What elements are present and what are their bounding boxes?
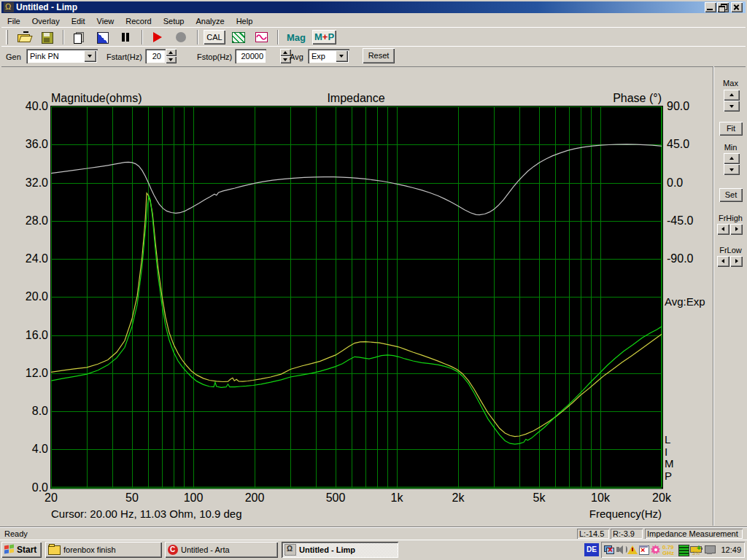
freq-tick-label: 1k xyxy=(375,491,419,505)
minimize-button[interactable] xyxy=(705,2,716,12)
frlow-right-button[interactable] xyxy=(730,256,743,267)
menu-item-analyze[interactable]: Analyze xyxy=(190,15,230,28)
gear-icon[interactable] xyxy=(651,544,662,556)
chart-area[interactable]: Magnitude(ohms) Impedance Phase (°) Freq… xyxy=(1,66,746,526)
freq-tick-label: 50 xyxy=(110,491,154,505)
menu-item-edit[interactable]: Edit xyxy=(66,15,91,28)
x-axis-title: Frequency(Hz) xyxy=(500,508,662,520)
start-label: Start xyxy=(17,545,36,555)
avg-select[interactable]: Exp xyxy=(308,49,349,63)
fit-button[interactable]: Fit xyxy=(719,122,743,136)
generator-dropdown-button[interactable] xyxy=(84,50,96,62)
menu-item-file[interactable]: File xyxy=(1,15,26,28)
spectrum-icon[interactable] xyxy=(232,31,245,43)
frlow-left-button[interactable] xyxy=(717,256,729,267)
max-label: Max xyxy=(713,79,747,88)
display-icon[interactable] xyxy=(705,544,716,556)
record-play-icon[interactable] xyxy=(152,31,165,43)
warning-triangle-icon[interactable] xyxy=(627,544,638,556)
mag-tick-label: 12.0 xyxy=(15,367,48,380)
system-tray: × × xyxy=(601,542,745,558)
fstart-input[interactable]: 20 xyxy=(145,49,166,63)
avg-label: Avg xyxy=(290,52,303,61)
menu-item-setup[interactable]: Setup xyxy=(158,15,190,28)
max-up-button[interactable] xyxy=(724,90,740,101)
frhigh-right-button[interactable] xyxy=(730,224,743,235)
menu-item-view[interactable]: View xyxy=(91,15,120,28)
restore-button[interactable] xyxy=(717,2,729,12)
menu-item-record[interactable]: Record xyxy=(120,15,157,28)
volume-icon[interactable] xyxy=(616,544,627,556)
frhigh-left-button[interactable] xyxy=(717,224,729,235)
start-button[interactable]: Start xyxy=(1,542,42,558)
phase-tick-label: 45.0 xyxy=(667,138,689,151)
network-disabled-icon[interactable]: × xyxy=(604,544,615,556)
side-panel: Max Fit Min Set FrHigh FrLow xyxy=(713,66,747,526)
app-icon[interactable]: Ω xyxy=(4,2,14,12)
gwx-icon[interactable]: × xyxy=(639,544,650,556)
avg-value: Exp xyxy=(311,52,325,61)
windows-logo-icon xyxy=(4,545,15,555)
cal-button[interactable]: CAL xyxy=(204,30,225,44)
menu-bar: FileOverlayEditViewRecordSetupAnalyzeHel… xyxy=(1,14,746,26)
freq-tick-label: 20 xyxy=(29,491,73,505)
pause-icon[interactable] xyxy=(120,31,133,43)
mag-button[interactable]: Mag xyxy=(287,32,306,43)
avg-dropdown-button[interactable] xyxy=(336,50,348,62)
language-indicator[interactable]: DE xyxy=(584,543,599,556)
fstart-spinner[interactable] xyxy=(166,49,177,63)
impedance-plot[interactable] xyxy=(1,66,746,526)
max-down-button[interactable] xyxy=(724,101,740,112)
reset-button[interactable]: Reset xyxy=(363,48,395,63)
copy-icon[interactable] xyxy=(73,31,86,43)
toolbar-grip xyxy=(6,30,8,44)
fstart-value: 20 xyxy=(152,52,161,61)
battery-icon[interactable]: + 3% xyxy=(690,544,704,556)
task-button-arta[interactable]: CUntitled - Arta xyxy=(165,542,278,558)
status-r-level: R:-3.9 xyxy=(611,529,643,539)
status-l-level: L:-14.5 xyxy=(577,529,609,539)
min-label: Min xyxy=(713,143,747,152)
sine-icon[interactable] xyxy=(255,31,268,43)
clock: 12:49 xyxy=(721,545,741,554)
mag-tick-label: 40.0 xyxy=(15,100,48,113)
meter-icon[interactable] xyxy=(678,544,689,556)
restore-icon-front xyxy=(719,6,725,12)
left-axis-title: Magnitude(ohms) xyxy=(51,92,142,105)
freq-tick-label: 20k xyxy=(640,491,684,505)
mag-tick-label: 20.0 xyxy=(15,290,48,303)
phase-tick-label: 0.0 xyxy=(667,176,683,190)
generator-value: Pink PN xyxy=(30,52,59,61)
toolbar-separator4 xyxy=(277,30,279,44)
fstart-spin-down[interactable] xyxy=(166,56,177,63)
set-button[interactable]: Set xyxy=(719,188,743,202)
cpu-speed-indicator[interactable]: 0.79 GHz xyxy=(662,544,678,556)
open-icon[interactable] xyxy=(18,31,31,43)
phase-tick-label: -90.0 xyxy=(667,252,693,265)
status-mode: Impedance Measurement xyxy=(645,529,743,539)
status-bar: Ready L:-14.5 R:-3.9 Impedance Measureme… xyxy=(0,526,747,540)
stop-icon[interactable] xyxy=(175,31,188,43)
task-button-folder[interactable]: forenbox finish xyxy=(45,542,162,558)
freq-tick-label: 200 xyxy=(233,491,276,505)
toolbar-generator: Gen Pink PN Fstart(Hz) 20 Fstop(Hz) 2000… xyxy=(1,46,746,67)
freq-tick-label: 2k xyxy=(436,491,480,505)
menu-item-help[interactable]: Help xyxy=(231,15,259,28)
save-icon[interactable] xyxy=(41,31,54,43)
window-title: Untitled - Limp xyxy=(16,2,77,12)
fstop-input[interactable]: 20000 xyxy=(235,49,266,63)
min-down-button[interactable] xyxy=(724,164,740,175)
gen-label: Gen xyxy=(6,52,21,61)
freq-tick-label: 5k xyxy=(517,491,561,505)
generator-select[interactable]: Pink PN xyxy=(26,49,98,63)
scale-icon[interactable] xyxy=(96,31,109,43)
min-up-button[interactable] xyxy=(724,153,740,164)
mp-button[interactable]: M+P xyxy=(312,30,336,44)
menu-item-overlay[interactable]: Overlay xyxy=(26,15,66,28)
fstart-spin-up[interactable] xyxy=(166,49,177,56)
mag-tick-label: 32.0 xyxy=(15,176,48,190)
avg-mode-label: Avg:Exp xyxy=(665,295,705,308)
status-ready: Ready xyxy=(4,529,28,538)
task-button-limp[interactable]: ΩUntitled - Limp xyxy=(282,542,398,558)
close-button[interactable] xyxy=(731,2,743,12)
